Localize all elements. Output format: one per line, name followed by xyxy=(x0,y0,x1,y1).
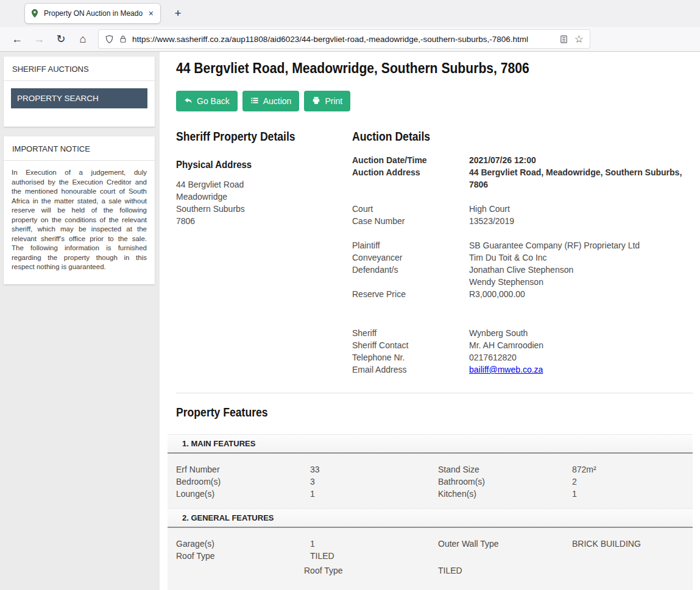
feature-label xyxy=(438,550,572,562)
feature-label: Garage(s) xyxy=(168,538,310,550)
detail-value: R3,000,000.00 xyxy=(469,288,693,300)
auction-details-heading: Auction Details xyxy=(352,128,652,144)
refresh-button[interactable]: ↻ xyxy=(52,30,70,48)
feature-row: Roof Type TILED xyxy=(168,550,693,562)
address-line: Meadowridge xyxy=(176,191,352,203)
detail-value: High Court xyxy=(469,203,693,215)
sheriff-auctions-title: SHERIFF AUCTIONS xyxy=(4,57,155,81)
detail-value: 2021/07/26 12:00 xyxy=(469,154,693,166)
detail-value: Wynberg South xyxy=(469,327,693,339)
feature-value: TILED xyxy=(438,564,693,577)
feature-label: Kitchen(s) xyxy=(438,488,572,500)
print-label: Print xyxy=(325,96,342,106)
section-header-general-features: 2. GENERAL FEATURES xyxy=(168,508,693,528)
lock-icon[interactable] xyxy=(119,35,127,43)
site-favicon-icon xyxy=(30,9,40,18)
property-search-button[interactable]: PROPERTY SEARCH xyxy=(11,88,147,108)
detail-label: Case Number xyxy=(352,215,469,227)
feature-value: TILED xyxy=(310,550,438,562)
feature-label: Bedroom(s) xyxy=(168,476,310,488)
row-auction-datetime: Auction Date/Time 2021/07/26 12:00 xyxy=(352,154,693,166)
row-plaintiff: Plaintiff SB Guarantee Company (RF) Prop… xyxy=(352,239,693,251)
detail-value: Wendy Stephenson xyxy=(469,276,693,288)
feature-value: 872m² xyxy=(572,463,693,476)
feature-label: Stand Size xyxy=(438,463,572,476)
sidebar: SHERIFF AUCTIONS PROPERTY SEARCH IMPORTA… xyxy=(0,52,160,590)
row-defendants: Defendant/s Jonathan Clive Stephenson xyxy=(352,264,693,276)
feature-value: 2 xyxy=(572,476,693,488)
print-icon xyxy=(312,96,320,107)
tracking-shield-icon[interactable] xyxy=(105,35,114,44)
detail-label: Auction Address xyxy=(352,166,469,191)
feature-row: Bedroom(s) 3 Bathroom(s) 2 xyxy=(168,476,693,488)
go-back-icon xyxy=(184,96,193,107)
row-sheriff-contact: Sheriff Contact Mr. AH Camroodien xyxy=(352,339,693,351)
address-line: 44 Bergvliet Road xyxy=(176,178,352,191)
home-button[interactable]: ⌂ xyxy=(74,30,92,48)
tab-title: Property ON Auction in Meado xyxy=(44,9,144,18)
row-sheriff: Sheriff Wynberg South xyxy=(352,327,693,339)
important-notice-title: IMPORTANT NOTICE xyxy=(4,136,155,161)
detail-value: Tim Du Toit & Co Inc xyxy=(469,251,693,264)
row-defendants-2: Wendy Stephenson xyxy=(352,276,693,288)
detail-label: Court xyxy=(352,203,469,215)
forward-button[interactable]: → xyxy=(30,30,48,48)
reader-view-icon[interactable] xyxy=(559,35,568,44)
tab-close-icon[interactable]: × xyxy=(147,9,155,18)
row-reserve-price: Reserve Price R3,000,000.00 xyxy=(352,288,693,300)
action-buttons: Go Back Auction Print xyxy=(176,91,693,111)
browser-tab[interactable]: Property ON Auction in Meado × xyxy=(24,3,161,24)
feature-value: 3 xyxy=(310,476,438,488)
section-header-main-features: 1. MAIN FEATURES xyxy=(168,434,693,454)
row-court: Court High Court xyxy=(352,203,693,215)
feature-value: 1 xyxy=(572,488,693,500)
feature-label: Erf Number xyxy=(168,463,310,476)
detail-value: Jonathan Clive Stephenson xyxy=(469,264,693,276)
url-text: https://www.sasheriff.co.za/aup11808/aid… xyxy=(132,35,554,44)
detail-value: 0217612820 xyxy=(469,351,693,363)
feature-label: Roof Type xyxy=(168,550,310,562)
navigation-toolbar: ← → ↻ ⌂ https://www.sasheriff.co.za/aup1… xyxy=(0,27,700,52)
property-details-column: Sheriff Property Details Physical Addres… xyxy=(176,120,352,376)
detail-value: Mr. AH Camroodien xyxy=(469,339,693,351)
back-button[interactable]: ← xyxy=(8,30,26,48)
url-bar[interactable]: https://www.sasheriff.co.za/aup11808/aid… xyxy=(99,30,590,48)
feature-label: Outer Wall Type xyxy=(438,538,572,550)
notice-text: In Execution of a judgement, duly author… xyxy=(4,161,155,284)
page-body: SHERIFF AUCTIONS PROPERTY SEARCH IMPORTA… xyxy=(0,52,700,590)
row-telephone: Telephone Nr. 0217612820 xyxy=(352,351,693,363)
detail-label: Conveyancer xyxy=(352,251,469,264)
page-title: 44 Bergvliet Road, Meadowridge, Southern… xyxy=(176,59,631,77)
property-details-heading: Sheriff Property Details xyxy=(176,128,331,144)
print-button[interactable]: Print xyxy=(304,91,350,111)
detail-label: Plaintiff xyxy=(352,239,469,251)
row-auction-address: Auction Address 44 Bergvliet Road, Meado… xyxy=(352,166,693,191)
detail-value: SB Guarantee Company (RF) Proprietary Lt… xyxy=(469,239,693,251)
go-back-button[interactable]: Go Back xyxy=(176,91,238,111)
feature-label: Roof Type xyxy=(304,564,438,577)
feature-value: 1 xyxy=(310,488,438,500)
feature-value: BRICK BUILDING xyxy=(572,538,693,550)
sheriff-auctions-panel: SHERIFF AUCTIONS PROPERTY SEARCH xyxy=(4,57,155,127)
tab-bar: Property ON Auction in Meado × + xyxy=(0,0,700,27)
email-link[interactable]: bailiff@mweb.co.za xyxy=(469,365,543,374)
feature-row: Lounge(s) 1 Kitchen(s) 1 xyxy=(168,488,693,500)
detail-value: 44 Bergvliet Road, Meadowridge, Southern… xyxy=(469,166,693,191)
feature-value xyxy=(572,550,693,562)
feature-value: 1 xyxy=(310,538,438,550)
address-line: Southern Suburbs xyxy=(176,203,352,215)
feature-row: Erf Number 33 Stand Size 872m² xyxy=(168,463,693,476)
auction-button[interactable]: Auction xyxy=(242,91,300,111)
bookmark-star-icon[interactable]: ☆ xyxy=(574,34,584,44)
feature-row: Garage(s) 1 Outer Wall Type BRICK BUILDI… xyxy=(168,538,693,550)
address-line: 7806 xyxy=(176,215,352,227)
divider xyxy=(176,393,693,393)
detail-label: Telephone Nr. xyxy=(352,351,469,363)
auction-label: Auction xyxy=(263,96,292,106)
new-tab-button[interactable]: + xyxy=(169,5,186,22)
auction-details-column: Auction Details Auction Date/Time 2021/0… xyxy=(352,120,693,376)
detail-label: Reserve Price xyxy=(352,288,469,300)
property-features-heading: Property Features xyxy=(176,406,631,420)
detail-label xyxy=(352,276,469,288)
detail-label: Email Address xyxy=(352,363,469,376)
